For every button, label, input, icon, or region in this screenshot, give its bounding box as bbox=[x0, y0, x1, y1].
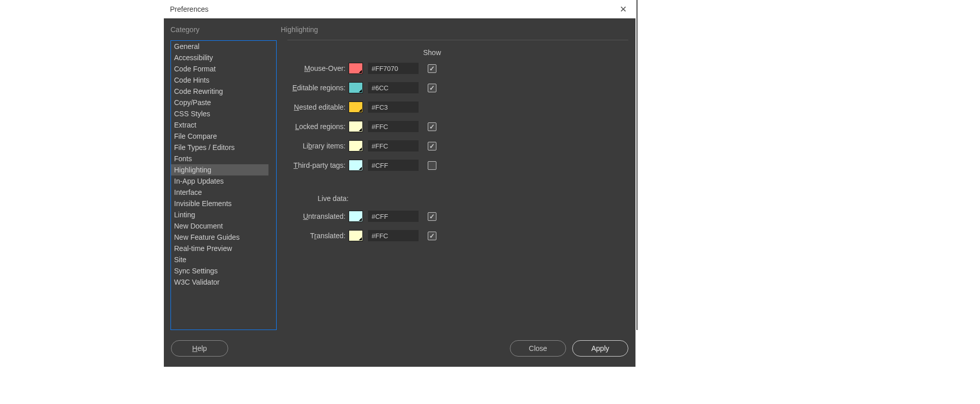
help-label-ul: H bbox=[192, 344, 198, 352]
hex-input-untranslated[interactable] bbox=[368, 211, 419, 222]
hex-input-library-items[interactable] bbox=[368, 140, 419, 152]
category-item-general[interactable]: General bbox=[171, 41, 276, 52]
row-untranslated: Untranslated: bbox=[288, 210, 629, 223]
window-title: Preferences bbox=[170, 5, 208, 13]
category-item-code-format[interactable]: Code Format bbox=[171, 63, 276, 74]
show-checkbox-library-items[interactable] bbox=[428, 142, 436, 150]
category-item-invisible-elements[interactable]: Invisible Elements bbox=[171, 198, 276, 209]
preferences-dialog: Preferences ✕ Category Highlighting Gene… bbox=[164, 0, 635, 367]
show-column-header: Show bbox=[423, 48, 629, 57]
label-translated: Translated: bbox=[288, 232, 349, 240]
hex-input-translated[interactable] bbox=[368, 230, 419, 241]
category-item-new-document[interactable]: New Document bbox=[171, 220, 276, 232]
category-item-new-feature-guides[interactable]: New Feature Guides bbox=[171, 232, 276, 243]
close-icon[interactable]: ✕ bbox=[618, 4, 628, 15]
color-swatch-editable-regions[interactable] bbox=[349, 82, 363, 93]
panel-header: Highlighting bbox=[281, 26, 318, 34]
category-item-code-rewriting[interactable]: Code Rewriting bbox=[171, 86, 276, 97]
category-item-extract[interactable]: Extract bbox=[171, 119, 276, 131]
category-item-real-time-preview[interactable]: Real-time Preview bbox=[171, 243, 276, 254]
category-item-file-compare[interactable]: File Compare bbox=[171, 131, 276, 142]
color-swatch-untranslated[interactable] bbox=[349, 211, 363, 222]
color-swatch-third-party-tags[interactable] bbox=[349, 160, 363, 171]
row-nested-editable: Nested editable: bbox=[288, 100, 629, 114]
category-item-sync-settings[interactable]: Sync Settings bbox=[171, 265, 276, 276]
row-mouse-over: Mouse-Over: bbox=[288, 62, 629, 75]
label-untranslated: Untranslated: bbox=[288, 212, 349, 220]
row-editable-regions: Editable regions: bbox=[288, 81, 629, 94]
label-nested-editable: Nested editable: bbox=[288, 103, 349, 111]
color-swatch-mouse-over[interactable] bbox=[349, 63, 363, 74]
dialog-footer: Help Close Apply bbox=[164, 330, 635, 367]
label-mouse-over: Mouse-Over: bbox=[288, 64, 349, 72]
help-button[interactable]: Help bbox=[171, 340, 228, 357]
category-item-copy-paste[interactable]: Copy/Paste bbox=[171, 97, 276, 108]
row-locked-regions: Locked regions: bbox=[288, 120, 629, 133]
category-item-linting[interactable]: Linting bbox=[171, 209, 276, 220]
category-header: Category bbox=[164, 26, 281, 34]
show-checkbox-untranslated[interactable] bbox=[428, 212, 436, 221]
color-swatch-library-items[interactable] bbox=[349, 140, 363, 152]
apply-button[interactable]: Apply bbox=[572, 340, 628, 357]
close-button[interactable]: Close bbox=[510, 340, 566, 357]
highlighting-panel: Show Mouse-Over:Editable regions:Nested … bbox=[277, 40, 629, 330]
hex-input-mouse-over[interactable] bbox=[368, 63, 419, 74]
label-third-party-tags: Third-party tags: bbox=[288, 161, 349, 169]
category-item-code-hints[interactable]: Code Hints bbox=[171, 74, 276, 86]
category-item-accessibility[interactable]: Accessibility bbox=[171, 52, 276, 63]
scrollbar-track[interactable] bbox=[268, 41, 276, 330]
show-checkbox-third-party-tags[interactable] bbox=[428, 161, 436, 170]
label-editable-regions: Editable regions: bbox=[288, 84, 349, 92]
hex-input-editable-regions[interactable] bbox=[368, 82, 419, 93]
titlebar[interactable]: Preferences ✕ bbox=[164, 0, 635, 18]
category-item-css-styles[interactable]: CSS Styles bbox=[171, 108, 276, 119]
dialog-body: Category Highlighting GeneralAccessibili… bbox=[164, 18, 635, 330]
show-checkbox-mouse-over[interactable] bbox=[428, 64, 436, 73]
hex-input-locked-regions[interactable] bbox=[368, 121, 419, 132]
category-list[interactable]: GeneralAccessibilityCode FormatCode Hint… bbox=[170, 40, 277, 330]
color-swatch-nested-editable[interactable] bbox=[349, 102, 363, 113]
label-library-items: Library items: bbox=[288, 142, 349, 150]
row-third-party-tags: Third-party tags: bbox=[288, 159, 629, 172]
category-item-highlighting[interactable]: Highlighting bbox=[171, 164, 276, 175]
hex-input-nested-editable[interactable] bbox=[368, 102, 419, 113]
label-locked-regions: Locked regions: bbox=[288, 122, 349, 131]
color-swatch-locked-regions[interactable] bbox=[349, 121, 363, 132]
color-swatch-translated[interactable] bbox=[349, 230, 363, 241]
column-headers: Category Highlighting bbox=[164, 18, 635, 38]
category-item-fonts[interactable]: Fonts bbox=[171, 153, 276, 164]
show-checkbox-locked-regions[interactable] bbox=[428, 122, 436, 131]
help-label-post: elp bbox=[198, 344, 207, 352]
row-library-items: Library items: bbox=[288, 139, 629, 153]
right-edge-divider bbox=[636, 0, 638, 330]
category-item-file-types-editors[interactable]: File Types / Editors bbox=[171, 142, 276, 153]
live-data-label: Live data: bbox=[288, 194, 349, 203]
hex-input-third-party-tags[interactable] bbox=[368, 160, 419, 171]
footer-right: Close Apply bbox=[510, 340, 628, 357]
category-item-site[interactable]: Site bbox=[171, 254, 276, 265]
category-item-in-app-updates[interactable]: In-App Updates bbox=[171, 175, 276, 187]
row-translated: Translated: bbox=[288, 229, 629, 242]
show-checkbox-editable-regions[interactable] bbox=[428, 84, 436, 92]
category-item-interface[interactable]: Interface bbox=[171, 187, 276, 198]
main-area: GeneralAccessibilityCode FormatCode Hint… bbox=[164, 40, 635, 330]
category-item-w3c-validator[interactable]: W3C Validator bbox=[171, 276, 276, 288]
show-checkbox-translated[interactable] bbox=[428, 232, 436, 240]
